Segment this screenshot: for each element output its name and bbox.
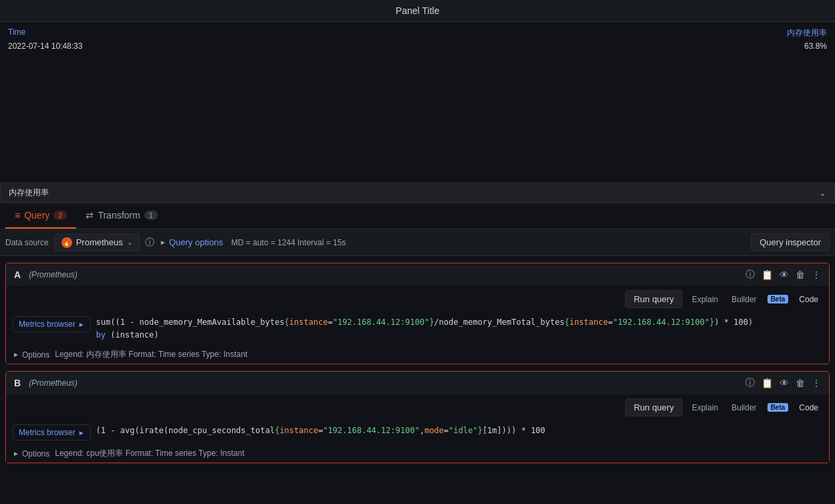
- prometheus-icon: 🔥: [62, 237, 72, 248]
- expr-b-eq2: =: [444, 426, 449, 435]
- eye-icon[interactable]: 👁: [780, 269, 789, 280]
- metrics-browser-a-chevron-icon: ►: [78, 321, 85, 328]
- run-query-b-button[interactable]: Run query: [625, 398, 683, 416]
- builder-a-button[interactable]: Builder: [727, 292, 760, 307]
- transform-tab-label: Transform: [98, 210, 140, 221]
- metrics-browser-a-label: Metrics browser: [19, 320, 76, 329]
- eye-b-icon[interactable]: 👁: [780, 378, 789, 388]
- panel-title-bar: Panel Title: [0, 0, 835, 22]
- query-block-a-id: A: [14, 269, 21, 280]
- code-a-button[interactable]: Code: [795, 292, 822, 307]
- explain-a-button[interactable]: Explain: [688, 292, 722, 307]
- datasource-chevron-icon: ⌄: [127, 239, 132, 246]
- metrics-browser-b-button[interactable]: Metrics browser ►: [13, 424, 91, 440]
- options-b-label: Options: [22, 449, 49, 459]
- query-tab-label: Query: [24, 210, 49, 221]
- copy-b-icon[interactable]: 📋: [761, 378, 773, 388]
- options-b-arrow-icon: ►: [13, 450, 19, 457]
- delete-icon[interactable]: 🗑: [796, 269, 805, 280]
- datasource-name: Prometheus: [76, 237, 123, 247]
- query-inspector-button[interactable]: Query inspector: [751, 233, 830, 251]
- metrics-browser-b-chevron-icon: ►: [78, 429, 85, 436]
- explain-b-button[interactable]: Explain: [688, 400, 722, 415]
- expr-b-mode-key: mode: [425, 426, 444, 435]
- expr-a-instance2-key: instance: [570, 318, 608, 327]
- query-block-a-source: (Prometheus): [29, 270, 78, 279]
- query-block-b: B (Prometheus) ⓘ 📋 👁 🗑 ⋮ Run query Expla…: [5, 371, 830, 463]
- expr-a-lbrace2: {: [564, 318, 569, 327]
- chart-timestamp: 2022-07-14 10:48:33: [8, 41, 82, 51]
- query-block-b-actions: ⓘ 📋 👁 🗑 ⋮: [745, 377, 821, 389]
- tab-transform[interactable]: ⇄ Transform 1: [76, 203, 166, 229]
- expr-b-mode-val: "idle": [449, 426, 477, 435]
- expr-b-rbrace: }: [477, 426, 482, 435]
- datasource-label: Data source: [5, 238, 49, 247]
- expr-a-instance1-val: "192.168.44.12:9100": [333, 318, 430, 327]
- info-icon[interactable]: ⓘ: [145, 237, 154, 249]
- transform-tab-icon: ⇄: [86, 210, 94, 221]
- tab-query[interactable]: ≡ Query 2: [5, 203, 76, 229]
- delete-b-icon[interactable]: 🗑: [796, 378, 805, 388]
- builder-b-button[interactable]: Builder: [727, 400, 760, 415]
- query-options-meta: MD = auto = 1244 Interval = 15s: [231, 238, 346, 247]
- chart-data-row: 2022-07-14 10:48:33 63.8%: [8, 41, 827, 51]
- query-b-options-row: ► Options Legend: cpu使用率 Format: Time se…: [6, 445, 829, 463]
- metrics-browser-a-button[interactable]: Metrics browser ►: [13, 316, 91, 332]
- chart-header: Time 内存使用率: [8, 27, 827, 39]
- query-a-toolbar: Run query Explain Builder Beta Code: [6, 286, 829, 312]
- legend-bar[interactable]: 内存使用率 ⌄: [0, 182, 835, 203]
- query-options-arrow-icon: ►: [160, 239, 166, 246]
- query-b-options-toggle[interactable]: ► Options: [13, 449, 49, 459]
- query-block-b-id: B: [14, 378, 21, 388]
- expr-b-close: [1m]))) * 100: [483, 426, 546, 435]
- chart-time-label: Time: [8, 27, 25, 39]
- more-icon[interactable]: ⋮: [812, 269, 821, 280]
- query-a-options-row: ► Options Legend: 内存使用率 Format: Time ser…: [6, 346, 829, 364]
- expr-a-eq2: =: [608, 318, 612, 327]
- query-a-expression[interactable]: sum((1 - node_memory_MemAvailable_bytes{…: [96, 316, 822, 342]
- query-a-expression-row: Metrics browser ► sum((1 - node_memory_M…: [6, 312, 829, 346]
- expr-a-sum: sum((1 - node_memory_MemAvailable_bytes: [96, 318, 285, 327]
- query-tab-badge: 2: [53, 211, 67, 220]
- code-b-button[interactable]: Code: [795, 400, 822, 415]
- expr-b-instance-key: instance: [279, 426, 318, 435]
- expr-a-instance-group: (instance): [110, 330, 158, 340]
- options-b-meta: Legend: cpu使用率 Format: Time series Type:…: [55, 448, 244, 459]
- metrics-browser-b-label: Metrics browser: [19, 428, 76, 437]
- options-a-label: Options: [22, 350, 49, 360]
- query-options-toggle[interactable]: ► Query options MD = auto = 1244 Interva…: [160, 237, 346, 247]
- panel-title: Panel Title: [396, 5, 439, 16]
- query-options-bar: Data source 🔥 Prometheus ⌄ ⓘ ► Query opt…: [0, 229, 835, 256]
- tabs-bar: ≡ Query 2 ⇄ Transform 1: [0, 203, 835, 229]
- query-options-label: Query options: [169, 237, 223, 247]
- expr-a-div: /node_memory_MemTotal_bytes: [434, 318, 564, 327]
- datasource-selector[interactable]: 🔥 Prometheus ⌄: [54, 234, 140, 251]
- expr-b-instance-val: "192.168.44.12:9100": [323, 426, 420, 435]
- expr-a-by: by: [96, 330, 111, 340]
- help-b-icon[interactable]: ⓘ: [745, 377, 755, 389]
- run-query-a-button[interactable]: Run query: [625, 290, 683, 308]
- options-a-arrow-icon: ►: [13, 351, 19, 358]
- prometheus-icon-text: 🔥: [63, 239, 70, 246]
- expr-b-open: (1 - avg(irate(node_cpu_seconds_total: [96, 426, 275, 435]
- copy-icon[interactable]: 📋: [761, 269, 773, 280]
- chart-area: Time 内存使用率 2022-07-14 10:48:33 63.8%: [0, 22, 835, 182]
- query-b-toolbar: Run query Explain Builder Beta Code: [6, 394, 829, 420]
- query-b-expression-row: Metrics browser ► (1 - avg(irate(node_cp…: [6, 420, 829, 445]
- beta-b-badge: Beta: [767, 403, 789, 412]
- expr-a-lbrace: {: [284, 318, 289, 327]
- expr-a-eq1: =: [328, 318, 332, 327]
- query-a-options-toggle[interactable]: ► Options: [13, 350, 49, 360]
- query-block-a-actions: ⓘ 📋 👁 🗑 ⋮: [745, 269, 821, 281]
- legend-chevron-icon: ⌄: [819, 188, 826, 198]
- more-b-icon[interactable]: ⋮: [812, 378, 821, 388]
- legend-item-label: 内存使用率: [9, 187, 49, 199]
- expr-b-comma: ,: [420, 426, 425, 435]
- query-block-b-header: B (Prometheus) ⓘ 📋 👁 🗑 ⋮: [6, 372, 829, 394]
- query-block-a-header: A (Prometheus) ⓘ 📋 👁 🗑 ⋮: [6, 263, 829, 286]
- beta-a-badge: Beta: [767, 295, 789, 303]
- expr-a-instance1-key: instance: [289, 318, 328, 327]
- query-block-b-source: (Prometheus): [29, 378, 78, 388]
- help-icon[interactable]: ⓘ: [745, 269, 755, 281]
- query-b-expression[interactable]: (1 - avg(irate(node_cpu_seconds_total{in…: [96, 424, 822, 437]
